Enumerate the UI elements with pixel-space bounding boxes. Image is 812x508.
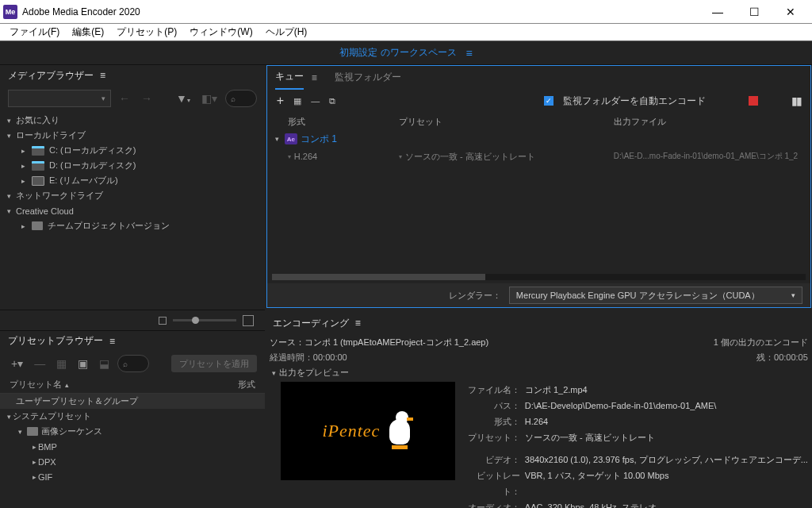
renderer-select[interactable]: Mercury Playback Engine GPU アクセラレーション（CU… (509, 287, 802, 304)
col-format[interactable]: 形式 (288, 116, 399, 128)
preset-gif[interactable]: ▸GIF (0, 469, 265, 484)
preset-tree: ユーザープリセット＆グループ ▾システムプリセット ▾画像シーケンス ▸BMP … (0, 394, 265, 508)
workspace-label[interactable]: 初期設定 のワークスペース (339, 46, 456, 60)
settings-icon[interactable]: ⬓ (96, 357, 113, 370)
ae-icon: Ae (285, 133, 297, 144)
path-combo[interactable]: ▾ (8, 90, 111, 107)
thumbnail-size-slider-row (0, 310, 265, 330)
col-output[interactable]: 出力ファイル (614, 116, 804, 128)
preset-browser-title: プリセットブラウザー (8, 334, 103, 348)
add-source-icon[interactable]: + (277, 94, 284, 108)
drive-icon (32, 146, 44, 156)
large-thumb-icon (243, 315, 254, 326)
menu-preset[interactable]: プリセット(P) (110, 25, 183, 39)
menu-file[interactable]: ファイル(F) (3, 25, 66, 39)
tree-drive-d[interactable]: ▸D: (ローカルディスク) (5, 158, 260, 173)
queue-hscrollbar[interactable] (272, 274, 806, 280)
meta-filename[interactable]: コンポ 1_2.mp4 (525, 382, 808, 398)
output-path: D:\AE-D...mo-Fade-in-01\demo-01_AME\コンポ … (614, 151, 804, 162)
tree-local-drives[interactable]: ▾ローカルドライブ (5, 128, 260, 143)
meta-preset: ソースの一致 - 高速ビットレート (525, 429, 808, 445)
encoding-panel: ソース：コンポ 1 (tmpAEtoAMEProject-コンポ 1_2.aep… (265, 333, 812, 508)
small-thumb-icon (159, 317, 167, 325)
queue-comp-name: コンポ 1 (301, 133, 337, 146)
chevron-down-icon[interactable]: ▾ (288, 153, 291, 160)
remove-preset-icon[interactable]: — (31, 357, 48, 370)
search-input[interactable]: ⌕ (225, 90, 257, 107)
media-browser-title: メディアブラウザー (8, 69, 94, 83)
tab-queue[interactable]: キュー (275, 65, 304, 90)
output-count: 1 個の出力のエンコード (714, 337, 808, 348)
tree-team-project[interactable]: ▸チームプロジェクトバージョン (5, 218, 260, 233)
preset-columns-header: プリセット名▴ 形式 (0, 376, 265, 394)
apply-preset-button[interactable]: プリセットを適用 (171, 355, 257, 372)
back-icon[interactable]: ← (116, 92, 133, 105)
workspace-menu-icon[interactable]: ≡ (466, 47, 473, 60)
tree-network-drives[interactable]: ▾ネットワークドライブ (5, 188, 260, 203)
add-preset-icon[interactable]: +▾ (8, 357, 26, 370)
encoding-title: エンコーディング (273, 317, 349, 330)
menu-help[interactable]: ヘルプ(H) (259, 25, 314, 39)
preview-thumbnail: iPentec (281, 382, 455, 480)
output-format: H.264 (294, 152, 317, 161)
queue-item-comp[interactable]: ▾ Ae コンポ 1 (267, 130, 810, 148)
meta-audio: AAC, 320 Kbps, 48 kHz, ステレオ (525, 499, 808, 508)
preset-system[interactable]: ▾システムプリセット (0, 409, 265, 424)
chevron-down-icon[interactable]: ▾ (399, 153, 402, 160)
panel-menu-icon[interactable]: ≡ (109, 336, 115, 347)
auto-encode-checkbox[interactable]: ✓ (544, 96, 553, 106)
meta-path[interactable]: D:\AE-Develop\Demo-Fade-in-01\demo-01_AM… (525, 398, 808, 414)
add-output-icon[interactable]: ▦ (293, 96, 301, 106)
ingest-icon[interactable]: ◧▾ (198, 92, 220, 105)
preset-search-input[interactable]: ⌕ (117, 355, 149, 372)
pause-button[interactable]: ▮▮ (791, 94, 801, 107)
drive-icon (32, 161, 44, 171)
brand-logo: iPentec (322, 421, 380, 441)
disclosure-icon[interactable]: ▾ (270, 369, 279, 377)
output-preview-label: 出力をプレビュー (279, 367, 349, 379)
elapsed-time: 経過時間：00:00:00 (270, 352, 347, 364)
menu-window[interactable]: ウィンドウ(W) (183, 25, 259, 39)
queue-item-output[interactable]: ▾H.264 ▾ソースの一致 - 高速ビットレート D:\AE-D...mo-F… (267, 148, 810, 165)
tree-creative-cloud[interactable]: ▾Creative Cloud (5, 203, 260, 218)
col-format[interactable]: 形式 (238, 379, 255, 391)
preset-bmp[interactable]: ▸BMP (0, 439, 265, 454)
panel-menu-icon[interactable]: ≡ (100, 70, 105, 81)
remaining-time: 残：00:00:05 (756, 352, 808, 364)
duck-illustration (386, 411, 413, 451)
thumb-size-slider[interactable] (173, 319, 236, 321)
minimize-button[interactable]: — (699, 0, 736, 24)
preset-toolbar: +▾ — ▦ ▣ ⬓ ⌕ プリセットを適用 (0, 351, 265, 376)
col-preset-name[interactable]: プリセット名▴ (10, 379, 238, 391)
menu-edit[interactable]: 編集(E) (66, 25, 110, 39)
new-folder-icon[interactable]: ▣ (75, 357, 91, 370)
folder-icon (32, 221, 43, 230)
meta-bitrate: VBR, 1 パス, ターゲット 10.00 Mbps (525, 468, 808, 499)
app-icon: Me (3, 5, 17, 19)
preset-dpx[interactable]: ▸DPX (0, 454, 265, 469)
edit-preset-icon[interactable]: ▦ (53, 357, 70, 370)
panel-menu-icon[interactable]: ≡ (312, 72, 317, 83)
tree-drive-c[interactable]: ▸C: (ローカルディスク) (5, 143, 260, 158)
col-preset[interactable]: プリセット (399, 116, 614, 128)
duplicate-icon[interactable]: ⧉ (329, 96, 335, 106)
panel-menu-icon[interactable]: ≡ (355, 318, 361, 329)
filter-icon[interactable]: ▼▾ (173, 92, 193, 105)
preset-image-sequence[interactable]: ▾画像シーケンス (0, 424, 265, 439)
tree-favorites[interactable]: ▾お気に入り (5, 113, 260, 128)
media-browser-header: メディアブラウザー ≡ (0, 65, 265, 86)
queue-panel: + ▦ — ⧉ ✓ 監視フォルダーを自動エンコード ▮▮ 形式 プリセット 出力… (266, 89, 811, 308)
forward-icon[interactable]: → (138, 92, 155, 105)
close-button[interactable]: ✕ (772, 0, 809, 24)
tree-drive-e[interactable]: ▸E: (リムーバブル) (5, 173, 260, 188)
encoding-header: エンコーディング ≡ (265, 313, 812, 333)
preset-user-group[interactable]: ユーザープリセット＆グループ (0, 394, 265, 409)
window-titlebar: Me Adobe Media Encoder 2020 — ☐ ✕ (0, 0, 812, 24)
queue-columns: 形式 プリセット 出力ファイル (267, 113, 810, 130)
drive-icon (32, 176, 44, 186)
stop-button[interactable] (749, 96, 758, 106)
remove-icon[interactable]: — (311, 96, 320, 106)
tab-watch-folder[interactable]: 監視フォルダー (335, 66, 401, 89)
maximize-button[interactable]: ☐ (736, 0, 772, 24)
media-browser-toolbar: ▾ ← → ▼▾ ◧▾ ⌕ (0, 86, 265, 111)
